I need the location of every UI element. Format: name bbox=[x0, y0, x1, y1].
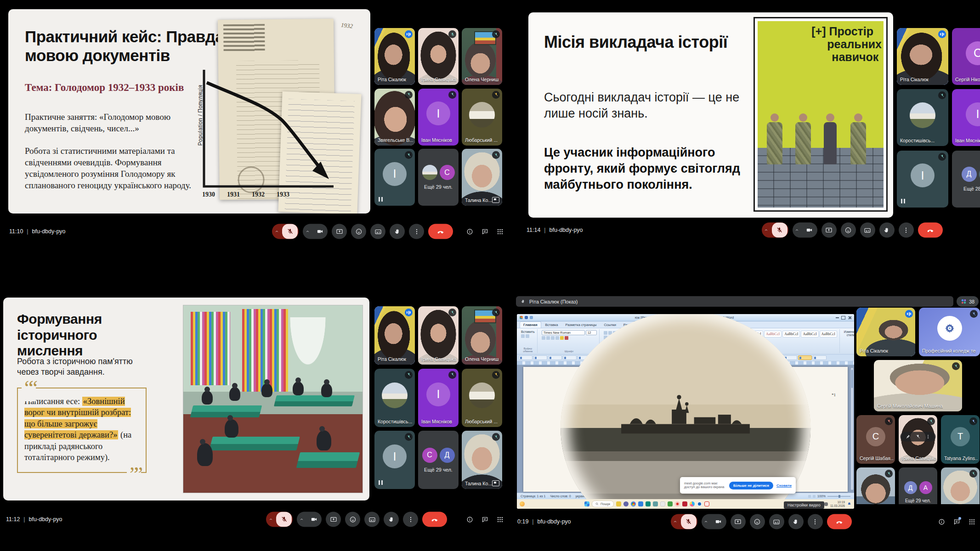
participant-tile[interactable]: Ріта Сікалюк bbox=[374, 28, 415, 85]
stop-sharing-button[interactable]: Більше не ділитися bbox=[729, 482, 773, 489]
app-icon[interactable] bbox=[682, 501, 687, 506]
more-options-button[interactable] bbox=[403, 512, 418, 527]
camera-icon[interactable] bbox=[802, 223, 817, 238]
chat-button[interactable] bbox=[953, 518, 960, 525]
view-mode-icon[interactable] bbox=[813, 495, 816, 498]
present-button[interactable] bbox=[821, 223, 837, 238]
chevron-up-icon[interactable] bbox=[297, 512, 306, 527]
participant-tile[interactable]: Талина Ко... bbox=[462, 149, 502, 206]
chevron-up-icon[interactable] bbox=[671, 514, 680, 529]
recording-icon[interactable] bbox=[704, 501, 709, 506]
office-button[interactable] bbox=[520, 316, 523, 319]
participant-tile[interactable]: Талина Ко... bbox=[462, 431, 502, 489]
camera-icon[interactable] bbox=[711, 514, 726, 529]
document-tab[interactable] bbox=[548, 355, 562, 360]
app-icon[interactable] bbox=[646, 501, 651, 506]
mic-off-icon[interactable] bbox=[772, 223, 787, 238]
weather-icon[interactable] bbox=[520, 501, 525, 506]
document-tab[interactable] bbox=[563, 355, 577, 360]
participant-tile[interactable]: Любарський ... bbox=[462, 89, 502, 146]
document-tab[interactable] bbox=[519, 355, 532, 360]
participant-tile[interactable]: Звягельське В... bbox=[374, 89, 415, 146]
participant-tile[interactable]: І Іван Мясніков bbox=[418, 89, 459, 146]
hide-link[interactable]: Сховати bbox=[776, 484, 792, 488]
mic-button[interactable] bbox=[266, 512, 293, 527]
font-size-select[interactable]: 12 bbox=[586, 330, 597, 335]
participant-tile[interactable]: І bbox=[374, 431, 415, 489]
end-call-button[interactable] bbox=[918, 223, 943, 238]
app-icon[interactable] bbox=[668, 501, 673, 506]
view-mode-icon[interactable] bbox=[808, 495, 811, 498]
chevron-up-icon[interactable] bbox=[702, 514, 711, 529]
camera-button[interactable] bbox=[297, 512, 322, 527]
participant-tile[interactable]: І Іван Мясніков bbox=[952, 89, 980, 146]
minimize-button[interactable] bbox=[836, 317, 839, 318]
reactions-button[interactable] bbox=[345, 512, 360, 527]
end-call-button[interactable] bbox=[428, 224, 453, 239]
participant-tile[interactable]: Сергій Нікола... bbox=[856, 467, 895, 504]
participant-tile[interactable]: І bbox=[374, 149, 415, 206]
chevron-up-icon[interactable] bbox=[272, 224, 281, 239]
present-button[interactable] bbox=[731, 514, 746, 529]
chevron-up-icon[interactable] bbox=[793, 223, 802, 238]
participant-tile[interactable]: Ірина Савицька bbox=[418, 306, 459, 365]
font-name-select[interactable]: Times New Roman bbox=[542, 330, 585, 335]
info-button[interactable] bbox=[466, 228, 473, 235]
captions-button[interactable] bbox=[769, 514, 784, 529]
zoom-slider[interactable] bbox=[827, 496, 850, 497]
mic-off-icon[interactable] bbox=[681, 514, 697, 529]
document-tab-active[interactable] bbox=[798, 355, 812, 360]
present-button[interactable] bbox=[326, 512, 341, 527]
participant-tile[interactable]: С Сергій Нікола... bbox=[952, 28, 980, 85]
more-participants-tile[interactable]: Д А Ещё 29 чел. bbox=[899, 467, 937, 504]
mic-off-icon[interactable] bbox=[282, 224, 298, 239]
app-icon[interactable] bbox=[690, 501, 695, 506]
style-chip[interactable]: AaBbCcI bbox=[820, 331, 837, 337]
participant-tile[interactable]: Професійний коледж те... bbox=[919, 308, 980, 356]
more-participants-tile[interactable]: С Ещё 29 чел. bbox=[418, 149, 459, 206]
reactions-button[interactable] bbox=[841, 223, 856, 238]
close-button[interactable] bbox=[848, 316, 851, 320]
font-color-button[interactable] bbox=[565, 336, 568, 340]
paste-button[interactable]: Вставить bbox=[521, 330, 535, 333]
app-icon[interactable] bbox=[697, 501, 702, 506]
mic-button[interactable] bbox=[762, 223, 788, 238]
chevron-up-icon[interactable] bbox=[266, 512, 275, 527]
camera-button[interactable] bbox=[303, 224, 328, 239]
participant-count-badge[interactable]: 38 bbox=[957, 296, 979, 307]
vertical-scrollbar[interactable] bbox=[851, 368, 853, 490]
grid-view-button[interactable] bbox=[496, 228, 504, 235]
more-participants-tile[interactable]: С Д Ещё 29 чел. bbox=[418, 431, 459, 489]
presenting-banner[interactable]: Ріта Сікалюк (Показ) bbox=[516, 296, 953, 307]
chrome-icon[interactable] bbox=[631, 501, 636, 506]
raise-hand-button[interactable] bbox=[390, 224, 405, 239]
save-button[interactable] bbox=[525, 316, 528, 319]
participant-tile[interactable]: Коростишівсь... bbox=[374, 369, 415, 427]
grid-view-button[interactable] bbox=[496, 516, 504, 523]
style-chip[interactable]: AaBbCcI bbox=[782, 331, 800, 337]
reactions-button[interactable] bbox=[351, 224, 366, 239]
participant-tile[interactable]: Коростишівсь... bbox=[897, 89, 948, 146]
mic-button[interactable] bbox=[671, 514, 697, 529]
taskbar-search[interactable]: Пошук bbox=[592, 500, 614, 507]
mic-off-icon[interactable] bbox=[276, 512, 292, 527]
captions-button[interactable] bbox=[860, 223, 875, 238]
ribbon-tab[interactable]: Главная bbox=[520, 321, 541, 328]
document-tab[interactable] bbox=[813, 355, 827, 360]
participant-tile[interactable]: І Іван Мясніков bbox=[418, 369, 459, 427]
end-call-button[interactable] bbox=[827, 514, 852, 529]
participant-tile[interactable]: С Сергій Шабая... bbox=[856, 415, 895, 464]
chevron-up-icon[interactable] bbox=[762, 223, 771, 238]
mic-button[interactable] bbox=[272, 224, 299, 239]
more-options-button[interactable] bbox=[409, 224, 424, 239]
grid-view-button[interactable] bbox=[968, 518, 975, 525]
more-options-button[interactable] bbox=[899, 223, 914, 238]
participant-tile[interactable]: Любарський ... bbox=[462, 369, 502, 427]
captions-button[interactable] bbox=[370, 224, 385, 239]
participant-tile[interactable]: І bbox=[897, 151, 948, 208]
participant-tile[interactable]: Ірина Савицька bbox=[418, 28, 459, 85]
chat-button[interactable] bbox=[481, 228, 488, 235]
end-call-button[interactable] bbox=[422, 512, 447, 527]
app-icon[interactable] bbox=[660, 501, 665, 506]
captions-button[interactable] bbox=[364, 512, 380, 527]
